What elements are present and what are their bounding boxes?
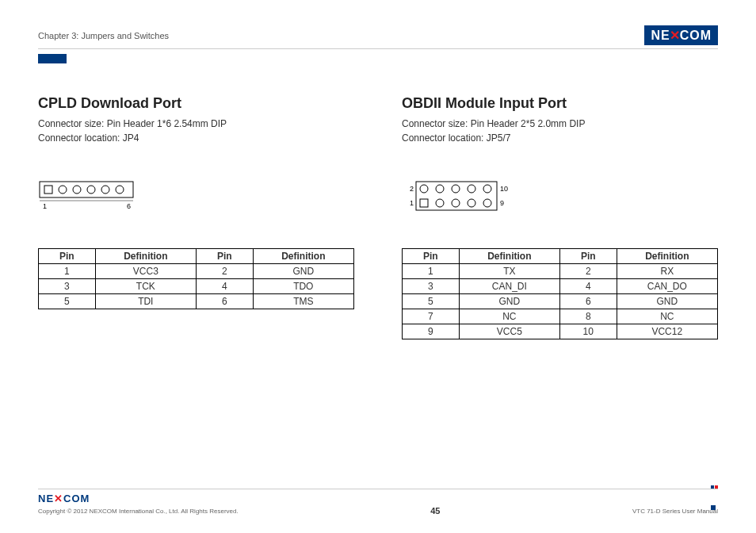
- nexcom-logo: NE✕COM: [644, 25, 718, 45]
- svg-point-3: [73, 186, 81, 194]
- svg-text:10: 10: [500, 185, 508, 193]
- svg-text:2: 2: [410, 185, 414, 193]
- copyright-text: Copyright © 2012 NEXCOM International Co…: [38, 508, 239, 515]
- page-number: 45: [430, 506, 440, 516]
- chapter-title: Chapter 3: Jumpers and Switches: [38, 31, 169, 40]
- svg-point-20: [483, 199, 491, 207]
- th-pin: Pin: [196, 249, 253, 264]
- footer-decoration: [710, 485, 718, 513]
- svg-text:1: 1: [410, 199, 414, 207]
- blue-accent-bar: [38, 54, 67, 63]
- svg-point-11: [420, 185, 428, 193]
- connector-diagram-right: 2 1 10 9: [402, 177, 718, 217]
- port-title-left: CPLD Download Port: [38, 95, 354, 112]
- svg-point-13: [452, 185, 460, 193]
- svg-point-17: [436, 199, 444, 207]
- th-pin: Pin: [39, 249, 96, 264]
- port-title-right: OBDII Module Input Port: [402, 95, 718, 112]
- th-def: Definition: [459, 249, 559, 264]
- svg-rect-1: [44, 186, 52, 194]
- svg-point-6: [116, 186, 124, 194]
- svg-point-4: [87, 186, 95, 194]
- th-pin: Pin: [403, 249, 460, 264]
- table-row: 3CAN_DI 4CAN_DO: [403, 279, 718, 294]
- th-def: Definition: [253, 249, 353, 264]
- pin-table-right: Pin Definition Pin Definition 1TX 2RX 3C…: [402, 248, 718, 339]
- th-def: Definition: [617, 249, 717, 264]
- connector-diagram-left: 1 6: [38, 177, 354, 217]
- connector-size-left: Connector size: Pin Header 1*6 2.54mm DI…: [38, 117, 354, 131]
- left-column: CPLD Download Port Connector size: Pin H…: [38, 95, 354, 339]
- table-row: 9VCC5 10VCC12: [403, 324, 718, 339]
- footer-logo: NE✕COM: [38, 493, 90, 504]
- page-footer: NE✕COM Copyright © 2012 NEXCOM Internati…: [38, 489, 718, 516]
- svg-point-2: [59, 186, 67, 194]
- svg-point-19: [468, 199, 475, 207]
- svg-point-15: [483, 185, 491, 193]
- svg-point-12: [436, 185, 444, 193]
- svg-text:1: 1: [43, 202, 47, 210]
- table-row: 7NC 8NC: [403, 309, 718, 324]
- table-row: 5TDI 6TMS: [39, 294, 354, 309]
- svg-point-5: [101, 186, 109, 194]
- svg-text:9: 9: [500, 199, 504, 207]
- connector-location-left: Connector location: JP4: [38, 131, 354, 145]
- th-def: Definition: [95, 249, 196, 264]
- svg-rect-0: [40, 182, 133, 197]
- th-pin: Pin: [559, 249, 617, 264]
- svg-point-18: [452, 199, 460, 207]
- connector-size-right: Connector size: Pin Header 2*5 2.0mm DIP: [402, 117, 718, 131]
- table-row: 3TCK 4TDO: [39, 279, 354, 294]
- pin-table-left: Pin Definition Pin Definition 1VCC3 2GND…: [38, 248, 354, 309]
- svg-rect-16: [420, 199, 428, 207]
- connector-location-right: Connector location: JP5/7: [402, 131, 718, 145]
- right-column: OBDII Module Input Port Connector size: …: [402, 95, 718, 339]
- table-row: 5GND 6GND: [403, 294, 718, 309]
- svg-point-14: [468, 185, 475, 193]
- manual-name: VTC 71-D Series User Manual: [632, 508, 718, 515]
- table-row: 1TX 2RX: [403, 264, 718, 279]
- table-row: 1VCC3 2GND: [39, 264, 354, 279]
- svg-text:6: 6: [127, 202, 131, 210]
